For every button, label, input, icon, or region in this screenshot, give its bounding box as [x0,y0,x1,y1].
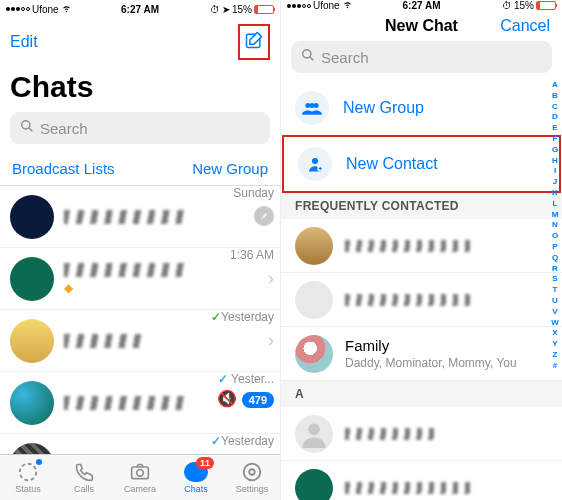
status-bar: Ufone 6:27 AM ⏱ 15% [281,0,562,11]
index-letter[interactable]: W [549,318,561,329]
section-a-header: A [281,381,562,407]
chat-row[interactable]: ✓Yesterday › [0,310,280,372]
contact-name-redacted [345,240,475,252]
index-letter[interactable]: S [549,274,561,285]
alarm-icon: ⏱ [210,4,220,15]
alarm-icon: ⏱ [502,0,512,11]
svg-point-6 [244,464,261,481]
index-letter[interactable]: D [549,112,561,123]
index-letter[interactable]: E [549,123,561,134]
chat-time: Sunday [233,186,274,200]
index-letter[interactable]: T [549,285,561,296]
index-letter[interactable]: A [549,80,561,91]
index-letter[interactable]: I [549,166,561,177]
status-dot-icon [36,459,42,465]
index-letter[interactable]: J [549,177,561,188]
chat-row[interactable]: ◆ 1:36 AM › [0,248,280,310]
index-letter[interactable]: # [549,361,561,372]
index-letter[interactable]: H [549,156,561,167]
tab-label: Camera [124,484,156,494]
wifi-icon [61,4,72,15]
index-letter[interactable]: X [549,328,561,339]
battery-pct: 15% [514,0,534,11]
search-placeholder: Search [40,120,88,137]
avatar-placeholder [295,415,333,453]
chat-row[interactable]: ✓ Yester... 🔇 479 › [0,372,280,434]
contact-members: Daddy, Mominator, Mommy, You [345,356,517,370]
read-check-icon: ✓ [211,434,221,448]
index-letter[interactable]: C [549,102,561,113]
cancel-button[interactable]: Cancel [500,17,550,35]
compose-icon[interactable] [244,36,264,53]
new-group-icon [295,91,329,125]
new-contact-icon [298,147,332,181]
search-input[interactable]: Search [291,41,552,73]
index-letter[interactable]: L [549,199,561,210]
muted-icon: 🔇 [217,390,237,407]
new-group-row[interactable]: New Group [281,81,562,135]
chat-row[interactable]: ✓Yesterday › [0,434,280,454]
unread-badge: 479 [242,392,274,408]
index-letter[interactable]: Q [549,253,561,264]
tab-camera[interactable]: Camera [112,455,168,500]
index-letter[interactable]: F [549,134,561,145]
contact-row[interactable] [281,219,562,273]
camera-icon [128,461,152,483]
index-letter[interactable]: M [549,210,561,221]
broadcast-lists-button[interactable]: Broadcast Lists [12,160,115,177]
contact-name-redacted [345,428,435,440]
search-icon [20,119,34,137]
avatar [10,195,54,239]
index-letter[interactable]: Z [549,350,561,361]
chat-list[interactable]: Sunday › ◆ 1:36 AM › ✓Yesterday › [0,186,280,454]
chevron-right-icon: › [268,268,274,289]
index-letter[interactable]: R [549,264,561,275]
index-letter[interactable]: K [549,188,561,199]
new-contact-row[interactable]: New Contact [284,137,559,191]
svg-point-1 [22,121,30,129]
clock: 6:27 AM [403,0,441,11]
tab-chats[interactable]: 11 Chats [168,455,224,500]
new-group-button[interactable]: New Group [192,160,268,177]
page-title: Chats [0,66,280,112]
chat-name-redacted [64,396,184,410]
chat-row[interactable]: Sunday › [0,186,280,248]
svg-point-7 [303,50,311,58]
contact-row[interactable] [281,407,562,461]
search-input[interactable]: Search [10,112,270,144]
chevron-right-icon: › [268,330,274,351]
battery-icon [536,1,556,10]
chat-name-redacted [64,210,184,224]
avatar [295,227,333,265]
index-letter[interactable]: N [549,220,561,231]
new-chat-header: New Chat Cancel [281,11,562,41]
contact-name: Family [345,337,517,354]
contact-row[interactable] [281,461,562,500]
carrier-label: Ufone [313,0,340,11]
index-letter[interactable]: V [549,307,561,318]
tab-label: Status [15,484,41,494]
contact-row-family[interactable]: Family Daddy, Mominator, Mommy, You [281,327,562,381]
svg-point-10 [310,103,315,108]
tab-status[interactable]: Status [0,455,56,500]
location-icon: ➤ [222,4,230,15]
index-letter[interactable]: P [549,242,561,253]
tab-calls[interactable]: Calls [56,455,112,500]
contact-row[interactable] [281,273,562,327]
pinned-icon [254,206,274,226]
calls-icon [72,461,96,483]
index-letter[interactable]: B [549,91,561,102]
svg-point-5 [249,469,255,475]
chats-screen: Ufone 6:27 AM ⏱ ➤ 15% Edit Chats Search … [0,0,281,500]
battery-pct: 15% [232,4,252,15]
alphabet-index[interactable]: ABCDEFGHIJKLMNOPQRSTUVWXYZ# [549,80,561,500]
chat-preview: ◆ [64,281,262,295]
index-letter[interactable]: U [549,296,561,307]
index-letter[interactable]: Y [549,339,561,350]
signal-icon [287,4,311,8]
edit-button[interactable]: Edit [10,33,38,51]
tab-settings[interactable]: Settings [224,455,280,500]
index-letter[interactable]: G [549,145,561,156]
search-icon [301,48,315,66]
index-letter[interactable]: O [549,231,561,242]
